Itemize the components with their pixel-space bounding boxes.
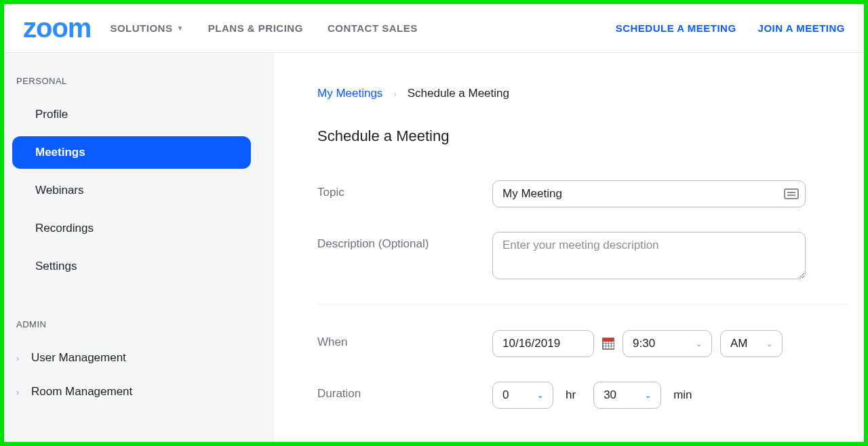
form-row-duration: Duration 0 ⌄ hr 30 ⌄ min — [317, 382, 849, 409]
chevron-right-icon: › — [16, 353, 31, 363]
when-time-value: 9:30 — [633, 337, 655, 350]
sidebar-section-personal: PERSONAL — [16, 76, 265, 86]
breadcrumb-link-my-meetings[interactable]: My Meetings — [317, 87, 382, 100]
nav-solutions[interactable]: SOLUTIONS ▼ — [110, 22, 183, 34]
label-description: Description (Optional) — [317, 232, 492, 251]
nav-plans-pricing[interactable]: PLANS & PRICING — [208, 22, 303, 34]
nav-solutions-label: SOLUTIONS — [110, 22, 172, 34]
primary-nav: SOLUTIONS ▼ PLANS & PRICING CONTACT SALE… — [110, 22, 417, 34]
nav-contact-sales[interactable]: CONTACT SALES — [328, 22, 418, 34]
chevron-down-icon: ▼ — [176, 24, 183, 32]
section-divider — [317, 304, 849, 304]
duration-minutes-value: 30 — [604, 388, 616, 402]
chevron-down-icon: ⌄ — [696, 340, 702, 348]
header-right-links: SCHEDULE A MEETING JOIN A MEETING — [616, 22, 845, 34]
label-hr-unit: hr — [566, 388, 576, 402]
when-date-input[interactable] — [492, 330, 594, 357]
calendar-icon[interactable] — [602, 338, 614, 350]
sidebar-item-settings[interactable]: Settings — [12, 250, 265, 283]
chevron-down-icon: ⌄ — [766, 340, 772, 348]
template-icon[interactable] — [784, 188, 799, 199]
sidebar-item-recordings[interactable]: Recordings — [12, 212, 265, 245]
label-topic: Topic — [317, 180, 492, 199]
top-header: zoom SOLUTIONS ▼ PLANS & PRICING CONTACT… — [4, 4, 864, 53]
sidebar: PERSONAL Profile Meetings Webinars Recor… — [4, 53, 274, 442]
zoom-logo[interactable]: zoom — [23, 13, 91, 43]
when-ampm-select[interactable]: AM ⌄ — [720, 330, 783, 357]
form-row-topic: Topic — [317, 180, 849, 207]
link-join-meeting[interactable]: JOIN A MEETING — [758, 22, 845, 34]
chevron-down-icon: ⌄ — [645, 391, 651, 400]
link-schedule-meeting[interactable]: SCHEDULE A MEETING — [616, 22, 736, 34]
duration-minutes-select[interactable]: 30 ⌄ — [593, 382, 661, 409]
sidebar-item-user-management[interactable]: › User Management — [12, 342, 265, 374]
duration-hours-select[interactable]: 0 ⌄ — [492, 382, 553, 409]
chevron-right-icon: › — [393, 89, 396, 99]
form-row-description: Description (Optional) — [317, 232, 849, 279]
page-title: Schedule a Meeting — [317, 127, 849, 145]
breadcrumb: My Meetings › Schedule a Meeting — [317, 87, 849, 100]
sidebar-item-room-management[interactable]: › Room Management — [12, 376, 265, 408]
chevron-right-icon: › — [16, 387, 31, 397]
chevron-down-icon: ⌄ — [537, 391, 543, 400]
sidebar-item-webinars[interactable]: Webinars — [12, 174, 265, 207]
duration-hours-value: 0 — [502, 388, 509, 402]
label-min-unit: min — [673, 388, 692, 402]
sidebar-item-profile[interactable]: Profile — [12, 98, 265, 131]
when-ampm-value: AM — [730, 337, 748, 350]
sidebar-item-label: Room Management — [31, 385, 132, 399]
form-row-when: When 9:30 ⌄ AM ⌄ — [317, 330, 849, 357]
main-content: My Meetings › Schedule a Meeting Schedul… — [274, 53, 864, 442]
when-time-select[interactable]: 9:30 ⌄ — [623, 330, 712, 357]
sidebar-section-admin: ADMIN — [16, 319, 265, 329]
label-duration: Duration — [317, 382, 492, 401]
description-textarea[interactable] — [492, 232, 806, 279]
breadcrumb-current: Schedule a Meeting — [408, 87, 509, 100]
label-when: When — [317, 330, 492, 349]
sidebar-item-label: User Management — [31, 351, 126, 365]
topic-input[interactable] — [492, 180, 806, 207]
sidebar-item-meetings[interactable]: Meetings — [12, 136, 251, 169]
